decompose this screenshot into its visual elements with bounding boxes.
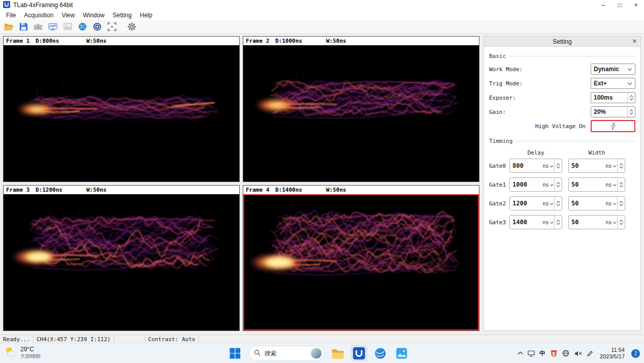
high-voltage-button[interactable] [591,120,635,132]
gate0-delay-spinner[interactable] [554,159,562,172]
gate3-delay-value: 1400 [510,219,542,226]
camera-icon[interactable] [33,21,44,32]
open-folder-icon[interactable] [3,21,14,32]
gate0-width-spinner[interactable] [617,159,625,172]
taskbar-search[interactable]: 搜索 [248,346,325,361]
gate3-delay-unit[interactable]: ns [542,220,554,225]
frame-1-header: Frame 1 D:800ns W:50ns [4,37,239,45]
gate2-delay-input[interactable]: 1200 ns [509,196,562,210]
gate3-row: Gate3 1400 ns 50 ns [489,215,635,229]
capture-display-icon[interactable] [47,21,58,32]
close-button[interactable]: × [628,0,644,10]
minimize-button[interactable]: – [595,0,611,10]
gate2-delay-unit[interactable]: ns [542,201,554,206]
menu-help[interactable]: Help [136,12,156,19]
gate3-delay-spinner[interactable] [554,216,562,229]
gate1-delay-spinner[interactable] [554,178,562,191]
image-icon[interactable] [62,21,73,32]
gate2-label: Gate2 [489,200,509,207]
settings-gear-icon[interactable] [126,21,137,32]
gain-spinner[interactable] [627,107,635,117]
taskbar-center: 搜索 [227,343,410,363]
menu-setting[interactable]: Setting [109,12,136,19]
exposer-label: Exposer: [489,95,516,101]
tlab-app-icon[interactable] [351,345,367,361]
menu-view[interactable]: View [57,12,79,19]
record-icon[interactable] [91,21,103,32]
status-bar: Ready... CH4(X:457 Y:239 I:112) Contrast… [0,335,644,343]
start-button[interactable] [227,345,243,361]
taskbar-weather-widget[interactable]: 29°C 大部晴朗 [4,345,41,360]
gate2-width-value: 50 [569,200,605,207]
frame-4-image[interactable] [243,194,479,330]
gate0-delay-unit[interactable]: ns [542,163,554,169]
gate2-width-spinner[interactable] [617,197,625,210]
frame-1-image[interactable] [4,45,239,182]
gate3-width-unit[interactable]: ns [605,220,617,225]
weather-temp: 29°C [20,346,41,353]
exposer-row: Exposer: 100ms [489,92,635,103]
gate3-width-input[interactable]: 50 ns [568,215,625,229]
file-explorer-icon[interactable] [330,345,346,361]
menu-file[interactable]: File [2,12,20,19]
gain-spinbox[interactable]: 20% [591,106,635,117]
maximize-button[interactable]: □ [611,0,628,10]
globe-icon[interactable] [77,21,88,32]
menu-window[interactable]: Window [79,12,109,19]
gate1-width-unit[interactable]: ns [605,182,617,188]
search-placeholder: 搜索 [265,349,307,358]
status-cursor-info: CH4(X:457 Y:239 I:112) [34,335,114,343]
taskbar-clock[interactable]: 11:54 2023/5/17 [600,347,625,360]
toolbar [0,20,644,34]
exposer-spinbox[interactable]: 100ms [591,92,635,103]
ime-indicator[interactable]: 中 [539,349,545,358]
trig-mode-select[interactable]: Ext+ [591,78,635,89]
search-highlight-image[interactable] [311,348,322,359]
gate2-delay-spinner[interactable] [554,197,562,210]
gate3-width-spinner[interactable] [617,216,625,229]
photos-app-icon[interactable] [394,345,410,361]
taskbar-tray: 中 11:54 2023/5/17 2 [518,343,640,363]
gate3-delay-input[interactable]: 1400 ns [509,215,562,229]
gate2-width-input[interactable]: 50 ns [568,196,625,210]
network-globe-icon[interactable] [562,350,569,357]
gate1-delay-value: 1000 [510,181,542,188]
frame-2-title: Frame 2 [243,38,275,44]
exposer-spinner[interactable] [627,93,635,103]
gate1-width-input[interactable]: 50 ns [568,177,625,192]
gate1-delay-unit[interactable]: ns [542,182,554,188]
window-controls: – □ × [595,0,644,10]
chevron-down-icon [613,220,616,223]
volume-muted-icon[interactable] [574,350,582,357]
gain-row: Gain: 20% [489,106,635,117]
frame-2-image[interactable] [243,45,479,182]
save-icon[interactable] [18,21,29,32]
menu-acquisition[interactable]: Acquisition [20,12,57,19]
gate0-width-input[interactable]: 50 ns [568,159,625,173]
hidden-icons-chevron[interactable] [518,351,523,355]
settings-close-button[interactable]: × [632,37,636,45]
frame-2-header: Frame 2 D:1000ns W:50ns [243,37,479,45]
gate0-width-unit[interactable]: ns [605,163,617,169]
gate1-width-spinner[interactable] [617,178,625,191]
frame-3-image[interactable] [4,194,239,330]
app-icon[interactable] [3,1,10,10]
frame-2-width: W:50ns [326,38,346,44]
timing-group: Timming Delay Width Gate0 800 ns [489,138,635,229]
globe-app-icon[interactable] [372,345,389,361]
gate0-row: Gate0 800 ns 50 ns [489,159,635,173]
red-app-tray-icon[interactable] [550,350,558,357]
gate1-delay-input[interactable]: 1000 ns [509,177,562,192]
settings-panel: Setting × Basic Work Mode: Dynamic Trig … [484,36,641,331]
display-tray-icon[interactable] [528,350,535,357]
gate0-delay-input[interactable]: 800 ns [509,159,562,173]
work-mode-select[interactable]: Dynamic [591,64,635,75]
frame-2-delay: D:1000ns [275,38,326,44]
notification-badge[interactable]: 2 [631,349,640,358]
crosshair-icon[interactable] [106,21,117,32]
gate2-width-unit[interactable]: ns [605,201,617,206]
settings-body: Basic Work Mode: Dynamic Trig Mode: Ext+ [484,47,640,229]
pen-input-icon[interactable] [587,350,593,357]
app-window: TLab-4xFraming 64bit – □ × File Acquisit… [0,0,644,363]
title-bar: TLab-4xFraming 64bit – □ × [0,0,644,10]
